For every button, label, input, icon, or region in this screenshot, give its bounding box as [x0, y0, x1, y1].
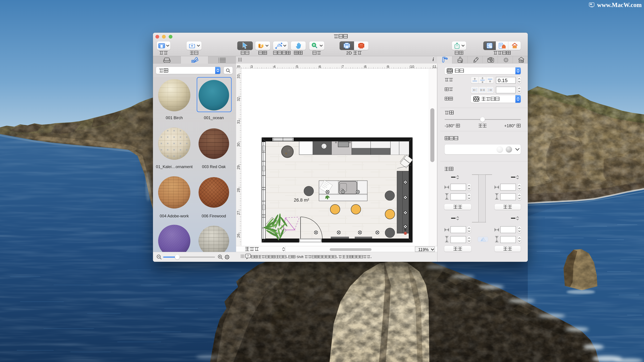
svg-text:?: ? — [247, 254, 249, 258]
svg-text:26.8 m²: 26.8 m² — [294, 198, 309, 203]
